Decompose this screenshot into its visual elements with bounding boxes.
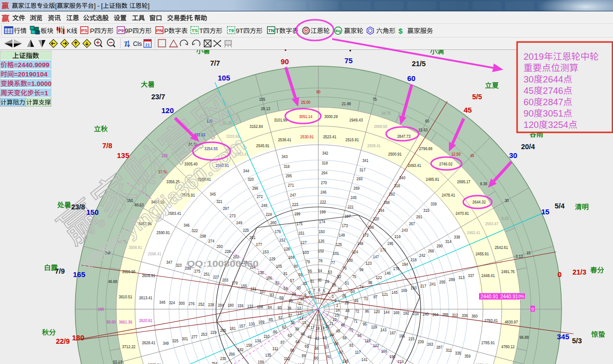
svg-text:33: 33 bbox=[297, 285, 301, 290]
svg-text:2605.91: 2605.91 bbox=[142, 273, 155, 278]
svg-text:2598.41: 2598.41 bbox=[148, 251, 161, 256]
svg-text:2847: 2847 bbox=[543, 97, 563, 107]
svg-text:7/7: 7/7 bbox=[210, 59, 220, 67]
svg-text:241: 241 bbox=[430, 282, 436, 286]
svg-text:2515.91: 2515.91 bbox=[346, 137, 359, 142]
svg-text:55: 55 bbox=[308, 269, 312, 274]
svg-text:56: 56 bbox=[299, 272, 303, 277]
svg-text:2500.91: 2500.91 bbox=[388, 152, 401, 157]
svg-text:194: 194 bbox=[402, 262, 408, 267]
svg-text:222: 222 bbox=[320, 200, 326, 204]
svg-text:3610.51: 3610.51 bbox=[119, 294, 132, 299]
svg-text:105: 105 bbox=[276, 264, 282, 269]
svg-text:2463.41: 2463.41 bbox=[467, 230, 480, 235]
svg-text:319: 319 bbox=[284, 164, 290, 169]
svg-text:342: 342 bbox=[322, 151, 328, 156]
svg-text:82: 82 bbox=[275, 281, 279, 285]
svg-text:25: 25 bbox=[345, 300, 349, 305]
svg-text:87: 87 bbox=[280, 340, 284, 345]
svg-text:215: 215 bbox=[408, 336, 414, 341]
svg-text:28.13: 28.13 bbox=[261, 106, 270, 111]
svg-text:4: 4 bbox=[328, 290, 330, 295]
svg-text:3508.81: 3508.81 bbox=[129, 245, 142, 250]
svg-text:48: 48 bbox=[346, 308, 350, 313]
svg-text:173: 173 bbox=[342, 223, 348, 228]
svg-text:120: 120 bbox=[162, 106, 174, 115]
svg-text:63: 63 bbox=[288, 333, 292, 338]
svg-text:339: 339 bbox=[431, 202, 437, 206]
svg-text:26: 26 bbox=[342, 293, 346, 298]
svg-text:181: 181 bbox=[229, 326, 235, 331]
svg-text:315: 315 bbox=[423, 208, 429, 213]
svg-text:131: 131 bbox=[250, 286, 256, 291]
svg-text:64: 64 bbox=[296, 339, 300, 344]
svg-text:205: 205 bbox=[220, 328, 226, 333]
svg-text:167: 167 bbox=[390, 330, 395, 335]
svg-text:9.38: 9.38 bbox=[480, 181, 487, 186]
svg-text:84: 84 bbox=[268, 305, 272, 310]
svg-text:81: 81 bbox=[283, 271, 287, 276]
svg-text:157: 157 bbox=[239, 324, 245, 328]
svg-text:165: 165 bbox=[73, 270, 86, 279]
svg-text:345: 345 bbox=[557, 332, 569, 341]
svg-text:2644.32: 2644.32 bbox=[473, 200, 486, 204]
svg-text:120: 120 bbox=[374, 309, 380, 314]
svg-text:322: 322 bbox=[192, 228, 198, 233]
svg-text:90: 90 bbox=[314, 356, 318, 361]
svg-text:250: 250 bbox=[217, 244, 222, 249]
svg-text:15: 15 bbox=[541, 207, 550, 216]
svg-text:94: 94 bbox=[357, 333, 361, 338]
svg-text:45: 45 bbox=[524, 85, 534, 96]
svg-text:88: 88 bbox=[290, 348, 294, 353]
svg-text:130: 130 bbox=[258, 270, 263, 275]
svg-text:5/5: 5/5 bbox=[472, 93, 482, 101]
svg-text:104: 104 bbox=[288, 255, 294, 260]
svg-text:96: 96 bbox=[365, 309, 369, 314]
svg-text:2485.91: 2485.91 bbox=[426, 177, 439, 182]
svg-text:2: 2 bbox=[335, 298, 337, 303]
svg-text:68: 68 bbox=[334, 341, 338, 346]
svg-text:118: 118 bbox=[365, 338, 371, 343]
svg-text:230: 230 bbox=[220, 356, 226, 361]
svg-text:135: 135 bbox=[162, 153, 168, 158]
svg-text:263: 263 bbox=[427, 342, 433, 347]
svg-text:69: 69 bbox=[343, 335, 347, 340]
svg-text:133: 133 bbox=[249, 322, 255, 326]
svg-text:106: 106 bbox=[266, 276, 272, 281]
svg-text:112: 112 bbox=[284, 356, 290, 361]
svg-text:23/7: 23/7 bbox=[151, 93, 165, 101]
svg-text:3559.66: 3559.66 bbox=[122, 269, 135, 274]
svg-text:40: 40 bbox=[301, 331, 305, 336]
svg-text:2523.41: 2523.41 bbox=[323, 134, 336, 139]
svg-text:300: 300 bbox=[179, 301, 185, 306]
svg-text:24: 24 bbox=[336, 308, 340, 313]
svg-text:60: 60 bbox=[277, 305, 281, 310]
svg-text:33.33: 33.33 bbox=[196, 132, 205, 137]
svg-text:65: 65 bbox=[305, 344, 308, 349]
svg-text:3712.22: 3712.22 bbox=[122, 344, 135, 349]
svg-text:273: 273 bbox=[229, 213, 235, 218]
svg-text:168: 168 bbox=[393, 310, 399, 315]
svg-text:271: 271 bbox=[288, 183, 294, 188]
svg-text:80: 80 bbox=[294, 264, 298, 269]
svg-text:270: 270 bbox=[321, 180, 327, 185]
svg-text:2530.91: 2530.91 bbox=[301, 134, 314, 139]
svg-text:125: 125 bbox=[336, 242, 342, 247]
svg-text:30: 30 bbox=[505, 198, 509, 203]
svg-text:134: 134 bbox=[255, 338, 261, 343]
svg-text:66: 66 bbox=[315, 346, 319, 351]
svg-text:5/4: 5/4 bbox=[555, 202, 565, 210]
svg-text:120: 120 bbox=[524, 120, 539, 130]
svg-text:2847.73: 2847.73 bbox=[397, 134, 410, 139]
svg-text:109: 109 bbox=[258, 320, 264, 324]
svg-text:22: 22 bbox=[333, 317, 337, 322]
svg-text:148: 148 bbox=[357, 241, 363, 246]
svg-text:=2440.9099: =2440.9099 bbox=[14, 61, 49, 69]
svg-text:192: 192 bbox=[403, 311, 409, 316]
svg-text:176: 176 bbox=[275, 229, 281, 234]
svg-text:57: 57 bbox=[290, 278, 294, 283]
svg-text:242: 242 bbox=[419, 253, 425, 258]
svg-text:349: 349 bbox=[163, 341, 169, 346]
svg-text:3661.36: 3661.36 bbox=[119, 320, 132, 324]
svg-text:97: 97 bbox=[373, 294, 377, 299]
